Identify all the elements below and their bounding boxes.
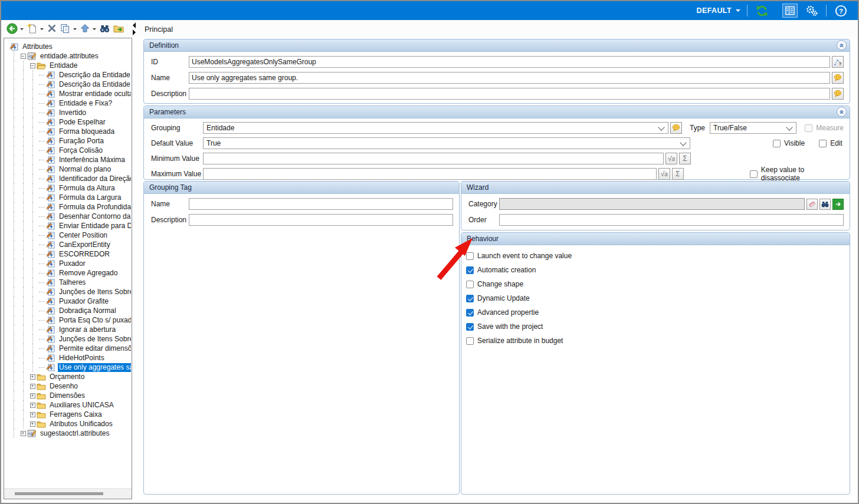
tree-item[interactable]: Descrição da Entidade xyxy=(5,80,131,89)
collapse-section-icon[interactable] xyxy=(837,107,847,117)
tree-item[interactable]: Puxador xyxy=(5,259,131,268)
default-value-combobox[interactable]: True xyxy=(203,137,690,149)
tree-item[interactable]: Mostrar entidade oculta xyxy=(5,89,131,98)
grouping-combobox[interactable]: Entidade xyxy=(203,122,668,134)
translate-balloon-icon[interactable] xyxy=(832,88,844,100)
tree-item[interactable]: Attributes xyxy=(5,42,131,51)
gt-name-input[interactable] xyxy=(189,198,453,210)
tab-principal[interactable]: Principal xyxy=(145,22,173,37)
tree-expander-icon[interactable]: + xyxy=(30,384,35,389)
checkbox[interactable] xyxy=(466,337,474,345)
maximum-value-input[interactable] xyxy=(203,168,657,180)
tree-item[interactable]: +Auxiliares UNICASA xyxy=(5,400,131,410)
tree-item[interactable]: Descrição da Entidade xyxy=(5,70,131,80)
tree-item[interactable]: +Ferragens Caixa xyxy=(5,410,131,419)
tree-expander-slot[interactable]: + xyxy=(28,391,37,400)
tree-item[interactable]: Forma bloqueada xyxy=(5,127,131,136)
tree-expander-slot[interactable]: − xyxy=(28,61,37,70)
tree-item[interactable]: Use only aggregates same g xyxy=(5,363,131,372)
tree-expander-slot[interactable]: + xyxy=(28,410,37,419)
copy-dropdown-caret[interactable] xyxy=(73,28,77,32)
checkbox[interactable] xyxy=(466,295,474,302)
find-icon[interactable] xyxy=(98,21,112,35)
panel-splitter[interactable] xyxy=(130,22,137,37)
tree-expander-slot[interactable]: + xyxy=(28,372,37,381)
gt-description-input[interactable] xyxy=(189,214,453,226)
tree-item[interactable]: Identificador da Direção de xyxy=(5,174,131,183)
checkbox[interactable] xyxy=(466,252,474,260)
sigma-icon[interactable]: Σ xyxy=(679,153,691,164)
checkbox[interactable] xyxy=(466,266,474,274)
scrollbar-thumb[interactable] xyxy=(15,492,103,495)
tree-item[interactable]: Dobradiça Normal xyxy=(5,306,131,315)
up-arrow-icon[interactable] xyxy=(78,21,91,35)
tree-item[interactable]: Puxador Grafite xyxy=(5,297,131,306)
minimum-value-input[interactable] xyxy=(203,153,664,164)
checkbox[interactable] xyxy=(773,140,781,147)
name-input[interactable] xyxy=(189,72,830,84)
tree-item[interactable]: Ignorar a abertura xyxy=(5,325,131,334)
back-dropdown-caret[interactable] xyxy=(20,28,24,32)
tree-item[interactable]: ESCORREDOR xyxy=(5,249,131,259)
rename-id-icon[interactable]: ? xyxy=(832,56,844,68)
tree-item[interactable]: Invertido xyxy=(5,108,131,117)
tree-expander-icon[interactable]: + xyxy=(21,431,26,436)
tree-expander-icon[interactable]: + xyxy=(30,403,35,408)
tree-expander-icon[interactable]: + xyxy=(30,412,35,417)
eraser-icon[interactable] xyxy=(806,199,818,210)
collapse-left-icon[interactable] xyxy=(133,22,136,28)
checkbox[interactable] xyxy=(466,309,474,317)
tree-item[interactable]: Fórmula da Profundidade xyxy=(5,202,131,212)
tree-expander-icon[interactable]: + xyxy=(30,374,35,380)
tree-item[interactable]: −Entidade xyxy=(5,61,131,70)
form-view-icon[interactable] xyxy=(782,4,798,18)
sigma-icon[interactable]: Σ xyxy=(672,168,684,180)
refresh-icon[interactable] xyxy=(754,4,769,18)
order-input[interactable] xyxy=(499,214,844,226)
tree-item[interactable]: +Dimensões xyxy=(5,391,131,400)
tree-item[interactable]: +Atributos Unificados xyxy=(5,419,131,429)
tree-item[interactable]: Fórmula da Altura xyxy=(5,183,131,193)
checkbox[interactable] xyxy=(466,323,474,331)
tree-item[interactable]: Furação Porta xyxy=(5,136,131,146)
id-input[interactable] xyxy=(189,56,830,68)
up-arrow-dropdown-caret[interactable] xyxy=(93,28,96,32)
tree-expander-slot[interactable]: + xyxy=(19,429,27,438)
go-arrow-icon[interactable] xyxy=(832,199,844,210)
gears-icon[interactable] xyxy=(804,4,819,18)
tree-expander-slot[interactable]: + xyxy=(28,400,37,410)
tree-item[interactable]: +Orçamento xyxy=(5,372,131,381)
formula-icon[interactable]: √a xyxy=(658,168,670,180)
checkbox[interactable] xyxy=(466,281,474,288)
tree-item[interactable]: Remove Agregado xyxy=(5,268,131,278)
tree-expander-icon[interactable]: + xyxy=(30,421,35,427)
collapse-section-icon[interactable] xyxy=(837,40,847,50)
tree-expander-icon[interactable]: − xyxy=(30,63,35,68)
tree-expander-slot[interactable]: − xyxy=(19,51,27,61)
tree-item[interactable]: CanExportEntity xyxy=(5,240,131,249)
tree-item[interactable]: Junções de Itens Sobrepost xyxy=(5,334,131,344)
tree-item[interactable]: Força Colisão xyxy=(5,146,131,155)
tree-item[interactable]: Porta Esq Cto s/ puxador xyxy=(5,315,131,325)
tree-expander-slot[interactable]: + xyxy=(28,419,37,429)
tree-expander-icon[interactable]: − xyxy=(21,54,26,59)
tree-item[interactable]: −<aentidade.attributes xyxy=(5,51,131,61)
new-dropdown-caret[interactable] xyxy=(40,28,44,32)
horizontal-scrollbar[interactable] xyxy=(4,488,132,499)
tree-item[interactable]: Enviar Entidade para Dynap xyxy=(5,221,131,230)
collapse-right-icon[interactable] xyxy=(133,29,136,35)
tree-item[interactable]: Center Position xyxy=(5,230,131,240)
delete-icon[interactable] xyxy=(45,21,58,35)
tree-item[interactable]: +<asugestaoctrl.attributes xyxy=(5,429,131,438)
tree-item[interactable]: Fórmula da Largura xyxy=(5,193,131,202)
checkbox[interactable] xyxy=(819,140,827,147)
tree-expander-icon[interactable]: + xyxy=(30,393,35,398)
translate-balloon-icon[interactable] xyxy=(832,72,844,84)
new-document-icon[interactable] xyxy=(25,21,39,35)
type-combobox[interactable]: True/False xyxy=(710,122,796,134)
tree-item[interactable]: Entidade e Fixa? xyxy=(5,98,131,108)
tree-item[interactable]: Junções de Itens Sobrepost xyxy=(5,287,131,297)
translate-balloon-icon[interactable] xyxy=(670,122,682,134)
tree-item[interactable]: +Desenho xyxy=(5,381,131,391)
checkbox[interactable] xyxy=(805,124,812,132)
